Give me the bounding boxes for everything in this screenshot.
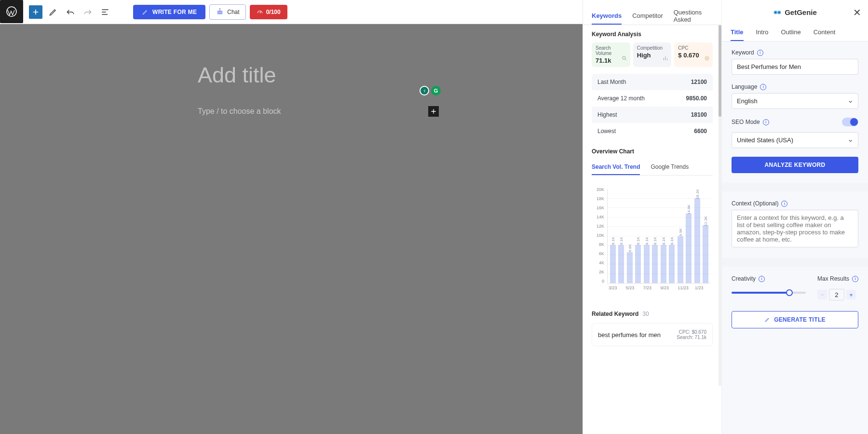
- robot-icon: [216, 8, 224, 16]
- related-keyword-heading: Related Keyword: [592, 311, 638, 317]
- inline-add-block-button[interactable]: [428, 106, 439, 117]
- document-outline-icon[interactable]: [98, 5, 112, 19]
- svg-point-4: [219, 8, 220, 9]
- tab-title[interactable]: Title: [731, 24, 744, 41]
- tab-search-vol-trend[interactable]: Search Vol. Trend: [592, 160, 640, 175]
- info-icon[interactable]: i: [763, 119, 769, 125]
- yoast-bulb-icon[interactable]: ♀: [420, 86, 429, 95]
- tab-intro[interactable]: Intro: [756, 24, 769, 41]
- metric-label: CPC: [678, 45, 709, 51]
- stepper-decrement[interactable]: −: [817, 290, 827, 299]
- keyword-input[interactable]: [732, 59, 858, 75]
- stat-row: Highest18100: [592, 107, 713, 123]
- svg-point-3: [221, 12, 222, 13]
- tab-google-trends[interactable]: Google Trends: [651, 160, 689, 175]
- getgenie-drawer: Keywords Competitor Questions Asked Keyw…: [583, 0, 868, 434]
- svg-point-5: [623, 56, 625, 59]
- target-icon: [704, 54, 710, 63]
- svg-point-11: [778, 12, 780, 13]
- metric-competition: Competition High: [633, 42, 672, 67]
- tab-competitor[interactable]: Competitor: [632, 8, 663, 25]
- scrollbar[interactable]: [719, 25, 721, 386]
- getgenie-brand: GetGenie: [773, 8, 817, 16]
- svg-point-2: [218, 12, 219, 13]
- related-keyword-count: 30: [642, 311, 649, 317]
- post-title-input[interactable]: Add title: [198, 63, 554, 88]
- write-for-me-label: WRITE FOR ME: [152, 9, 197, 15]
- undo-icon[interactable]: [64, 5, 77, 19]
- analysis-column: Keywords Competitor Questions Asked Keyw…: [583, 0, 722, 434]
- seo-score-label: 0/100: [266, 9, 281, 15]
- tab-content[interactable]: Content: [814, 24, 836, 41]
- info-icon[interactable]: i: [757, 50, 763, 56]
- edit-icon[interactable]: [46, 5, 60, 19]
- svg-point-7: [706, 58, 708, 59]
- country-select[interactable]: United States (USA): [732, 132, 858, 148]
- metric-label: Competition: [637, 45, 668, 51]
- related-keyword-search: Search: 71.1k: [677, 335, 706, 340]
- related-keyword-name: best perfumes for men: [598, 331, 661, 339]
- language-select[interactable]: English: [732, 93, 858, 109]
- stepper-increment[interactable]: +: [846, 290, 856, 299]
- analysis-tabs: Keywords Competitor Questions Asked: [583, 0, 721, 25]
- creativity-label: Creativity: [732, 275, 756, 282]
- search-icon: [622, 54, 627, 63]
- max-results-label: Max Results: [817, 275, 849, 282]
- info-icon[interactable]: i: [760, 84, 766, 90]
- chart-tabs: Search Vol. Trend Google Trends: [592, 160, 713, 176]
- info-icon[interactable]: i: [759, 276, 765, 282]
- wordpress-logo[interactable]: [0, 0, 23, 23]
- add-block-button[interactable]: [29, 5, 42, 19]
- context-label: Context (Optional): [732, 200, 778, 207]
- tab-outline[interactable]: Outline: [781, 24, 801, 41]
- info-icon[interactable]: i: [852, 276, 858, 282]
- grammarly-icon[interactable]: G: [431, 86, 441, 95]
- keyword-label: Keyword: [732, 49, 754, 56]
- stat-row: Lowest6600: [592, 123, 713, 139]
- svg-point-6: [705, 56, 709, 60]
- metric-cpc: CPC $ 0.670: [674, 42, 713, 67]
- getgenie-icon: [773, 9, 782, 15]
- search-volume-chart: 20K18K16K14K12K10K8K6K4K2K0 8.1K8.1K6.6K…: [592, 181, 713, 297]
- seo-mode-toggle[interactable]: [842, 118, 858, 126]
- settings-column: GetGenie ✕ Title Intro Outline Content K…: [722, 0, 868, 434]
- svg-point-10: [775, 12, 776, 13]
- context-textarea[interactable]: [732, 210, 858, 247]
- seo-score-button[interactable]: 0/100: [250, 5, 287, 19]
- scroll-thumb[interactable]: [719, 25, 721, 117]
- stat-list: Last Month12100 Average 12 month9850.00 …: [592, 74, 713, 139]
- tab-keywords[interactable]: Keywords: [592, 8, 622, 25]
- analyze-keyword-button[interactable]: ANALYZE KEYWORD: [732, 157, 858, 173]
- svg-rect-1: [217, 11, 223, 14]
- editor-pane: WRITE FOR ME Chat 0/100 Add title Type /…: [0, 0, 583, 434]
- editor-body: Add title Type / to choose a block ♀ G: [0, 24, 583, 434]
- generate-title-button[interactable]: GENERATE TITLE: [732, 311, 858, 328]
- chat-label: Chat: [227, 9, 239, 15]
- max-results-value[interactable]: 2: [829, 289, 844, 300]
- stat-row: Last Month12100: [592, 74, 713, 90]
- topbar: WRITE FOR ME Chat 0/100: [0, 0, 583, 24]
- content-tabs: Title Intro Outline Content: [722, 24, 868, 41]
- overview-chart-heading: Overview Chart: [592, 148, 713, 155]
- tab-questions[interactable]: Questions Asked: [674, 8, 713, 25]
- related-keyword-item[interactable]: best perfumes for men CPC: $0.670 Search…: [592, 323, 713, 346]
- write-for-me-button[interactable]: WRITE FOR ME: [133, 5, 205, 19]
- chat-button[interactable]: Chat: [209, 4, 245, 20]
- close-icon[interactable]: ✕: [853, 7, 861, 18]
- block-placeholder-text[interactable]: Type / to choose a block: [198, 107, 281, 116]
- stat-row: Average 12 month9850.00: [592, 90, 713, 107]
- metric-search-volume: Search Volume 71.1k: [592, 42, 630, 67]
- keyword-analysis-heading: Keyword Analysis: [592, 31, 713, 38]
- bars-icon: [663, 54, 668, 63]
- creativity-slider[interactable]: [732, 292, 806, 294]
- language-label: Language: [732, 83, 757, 90]
- seo-mode-label: SEO Mode: [732, 119, 760, 125]
- related-keyword-cpc: CPC: $0.670: [677, 329, 706, 335]
- redo-icon[interactable]: [81, 5, 95, 19]
- info-icon[interactable]: i: [781, 201, 787, 207]
